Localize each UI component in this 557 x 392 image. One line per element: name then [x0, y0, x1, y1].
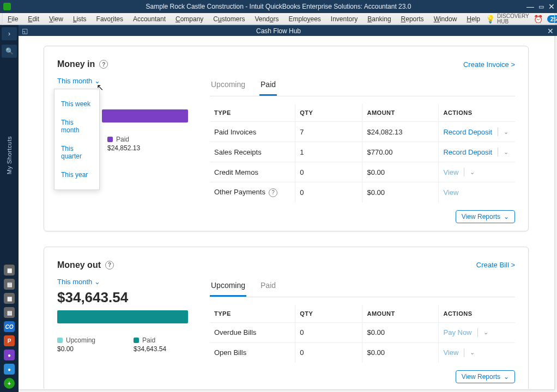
menu-lists[interactable]: Lists	[69, 14, 91, 24]
subwindow-bar: ◱ Cash Flow Hub ✕	[0, 25, 557, 36]
create-invoice-link[interactable]: Create Invoice >	[463, 60, 515, 69]
cell-action: View	[439, 182, 515, 203]
action-link: View	[443, 348, 458, 357]
money-out-card: Money out ? Create Bill > This month ⌄ $…	[44, 247, 529, 389]
restore-subwindow-icon[interactable]: ◱	[22, 27, 29, 35]
tray-icon-8[interactable]: ●	[4, 364, 15, 375]
menu-employees[interactable]: Employees	[284, 14, 325, 24]
chevron-down-icon[interactable]: ⌄	[470, 349, 475, 356]
bulb-icon: 💡	[486, 16, 495, 22]
menu-help[interactable]: Help	[462, 14, 485, 24]
period-select-money-in[interactable]: This month ⌄	[57, 77, 100, 85]
tray-icons: ▦ ▤ ▦ ▤ CO P ● ● +	[4, 265, 15, 389]
tab-upcoming[interactable]: Upcoming	[210, 77, 246, 96]
menu-customers[interactable]: Customers	[209, 14, 249, 24]
view-reports-button-out[interactable]: View Reports⌄	[456, 370, 515, 383]
legend-paid-value-out: $34,643.54	[134, 345, 166, 353]
tray-icon-3[interactable]: ▦	[4, 293, 15, 304]
search-icon[interactable]: 🔍	[2, 45, 17, 58]
titlebar: Sample Rock Castle Construction - Intuit…	[0, 0, 557, 13]
help-icon[interactable]: ?	[99, 60, 108, 69]
period-select-money-out[interactable]: This month ⌄	[57, 278, 100, 286]
dropdown-this-week[interactable]: This week	[55, 95, 99, 113]
tray-icon-4[interactable]: ▤	[4, 307, 15, 318]
tray-icon-co[interactable]: CO	[4, 321, 15, 332]
cell-type: Sales Receipts	[210, 142, 295, 162]
menu-favorites[interactable]: Favorites	[92, 14, 128, 24]
action-link: Pay Now	[443, 328, 471, 336]
paid-swatch	[107, 137, 113, 142]
maximize-button[interactable]: ▭	[538, 3, 544, 10]
menu-view[interactable]: View	[45, 14, 68, 24]
money-out-total: $34,643.54	[57, 289, 188, 306]
reminders-icon[interactable]: ⏰	[534, 15, 543, 23]
cell-action: Record Deposit⌄	[439, 122, 515, 142]
main-content: Money in ? Create Invoice > This month ⌄…	[19, 37, 554, 389]
chevron-down-icon[interactable]: ⌄	[470, 169, 475, 176]
view-reports-label: View Reports	[462, 213, 500, 220]
money-out-tabs: Upcoming Paid	[210, 278, 515, 297]
tray-icon-6[interactable]: P	[4, 335, 15, 346]
view-reports-label: View Reports	[462, 373, 500, 381]
menu-window[interactable]: Window	[429, 14, 462, 24]
chevron-down-icon[interactable]: ⌄	[483, 329, 488, 336]
cell-action: Pay Now⌄	[439, 322, 515, 342]
menu-accountant[interactable]: Accountant	[129, 14, 170, 24]
chevron-down-icon: ⌄	[94, 77, 100, 85]
tab-paid[interactable]: Paid	[259, 77, 277, 96]
menu-reports[interactable]: Reports	[397, 14, 428, 24]
discovery-hub-button[interactable]: 💡 DISCOVERYHUB	[486, 14, 529, 24]
notification-count[interactable]: 25	[547, 15, 557, 23]
cell-type: Open Bills	[210, 342, 295, 363]
help-icon[interactable]: ?	[105, 261, 114, 270]
menu-file[interactable]: File	[3, 14, 22, 24]
tray-icon-add[interactable]: +	[4, 378, 15, 389]
minimize-button[interactable]: —	[526, 2, 534, 11]
th-qty: QTY	[295, 104, 362, 122]
chevron-down-icon: ⌄	[504, 373, 509, 381]
money-in-card: Money in ? Create Invoice > This month ⌄…	[44, 46, 529, 231]
separator	[464, 348, 464, 357]
tray-icon-7[interactable]: ●	[4, 350, 15, 360]
action-link[interactable]: Record Deposit	[443, 148, 492, 156]
create-bill-link[interactable]: Create Bill >	[476, 261, 515, 269]
cell-qty: 0	[295, 162, 362, 182]
tray-icon-1[interactable]: ▦	[4, 265, 15, 275]
money-out-bar	[57, 310, 188, 323]
dropdown-this-year[interactable]: This year	[55, 166, 99, 184]
period-dropdown: This week This month This quarter This y…	[54, 89, 100, 190]
money-in-bar	[102, 109, 188, 122]
cell-type: Paid Invoices	[210, 122, 295, 142]
tray-icon-2[interactable]: ▤	[4, 279, 15, 290]
chevron-down-icon[interactable]: ⌄	[504, 128, 508, 136]
cell-qty: 0	[295, 322, 362, 342]
cell-qty: 0	[295, 182, 362, 203]
cell-qty: 0	[295, 342, 362, 363]
cell-amount: $24,082.13	[362, 122, 439, 142]
help-icon[interactable]: ?	[269, 188, 277, 197]
view-reports-button[interactable]: View Reports⌄	[456, 210, 515, 223]
chevron-down-icon: ⌄	[94, 278, 100, 286]
menu-inventory[interactable]: Inventory	[326, 14, 362, 24]
menu-vendors[interactable]: Vendors	[250, 14, 283, 24]
chevron-down-icon[interactable]: ⌄	[504, 149, 508, 156]
action-link[interactable]: Record Deposit	[443, 128, 492, 136]
menu-edit[interactable]: Edit	[23, 14, 44, 24]
menu-company[interactable]: Company	[171, 14, 208, 24]
dropdown-this-month[interactable]: This month	[55, 113, 99, 139]
expand-rail-button[interactable]: ›	[2, 27, 17, 40]
cell-type: Overdue Bills	[210, 322, 295, 342]
tab-paid-out[interactable]: Paid	[259, 278, 277, 297]
separator	[464, 168, 464, 176]
tab-upcoming-out[interactable]: Upcoming	[210, 278, 246, 297]
close-button[interactable]: ✕	[548, 2, 555, 11]
money-out-table: TYPE QTY AMOUNT ACTIONS Overdue Bills0$0…	[210, 305, 515, 363]
dropdown-this-quarter[interactable]: This quarter	[55, 139, 99, 166]
close-subwindow-button[interactable]: ✕	[547, 27, 554, 35]
upcoming-swatch	[57, 338, 63, 343]
th-qty: QTY	[295, 305, 362, 323]
separator	[498, 148, 498, 156]
subwindow-title: Cash Flow Hub	[256, 27, 301, 35]
menu-banking[interactable]: Banking	[363, 14, 395, 24]
th-type: TYPE	[210, 104, 295, 122]
